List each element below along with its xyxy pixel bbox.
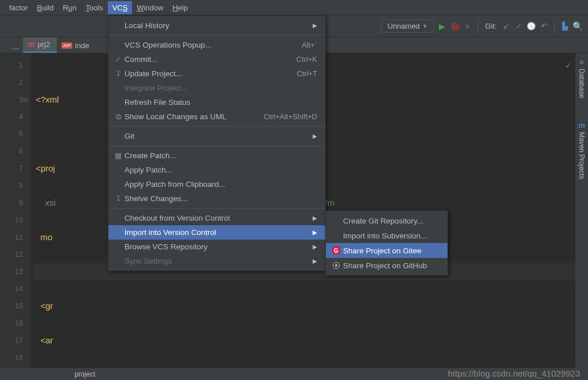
menu-window[interactable]: Window bbox=[132, 1, 168, 14]
vcs-menu-item[interactable]: Browse VCS Repository▶ bbox=[108, 240, 325, 254]
github-icon bbox=[333, 262, 340, 269]
jsp-file-icon: JSP bbox=[61, 42, 72, 49]
vcs-menu-item[interactable]: ↧Update Project...Ctrl+T bbox=[108, 66, 325, 81]
git-commit-icon[interactable]: ✓ bbox=[514, 22, 523, 31]
search-icon[interactable]: 🔍 bbox=[573, 22, 582, 31]
import-submenu-item[interactable]: Import into Subversion... bbox=[326, 228, 447, 243]
vcs-menu-item[interactable]: ↧Shelve Changes... bbox=[108, 191, 325, 206]
import-submenu-item[interactable]: GShare Project on Gitee bbox=[326, 243, 447, 258]
maven-tool-button[interactable]: m Maven Projects bbox=[578, 121, 586, 179]
vcs-menu-item[interactable]: Local History▶ bbox=[108, 18, 325, 33]
gitee-icon: G bbox=[332, 246, 340, 254]
project-structure-icon[interactable]: ▙ bbox=[560, 22, 570, 31]
vcs-menu-item[interactable]: Checkout from Version Control▶ bbox=[108, 211, 325, 225]
maven-icon: m bbox=[578, 121, 585, 130]
run-config-selector[interactable]: Unnamed▼ bbox=[381, 19, 434, 33]
menu-tools[interactable]: Tools bbox=[81, 1, 107, 14]
tab-index[interactable]: JSP inde bbox=[57, 38, 96, 53]
tab-prj2[interactable]: m prj2 bbox=[23, 37, 57, 53]
git-revert-icon[interactable]: ↶ bbox=[539, 22, 548, 31]
import-into-vcs-submenu: Create Git Repository...Import into Subv… bbox=[325, 210, 448, 276]
vcs-menu-item: Integrate Project... bbox=[108, 81, 325, 95]
line-gutter: 123 456 789 101112 131415 161718 ⊟ bbox=[0, 53, 31, 368]
menu-run[interactable]: Run bbox=[58, 1, 81, 14]
run-icon[interactable]: ▶ bbox=[438, 22, 447, 31]
menu-refactor[interactable]: factor bbox=[5, 1, 33, 14]
vcs-menu-item[interactable]: ⧉Show Local Changes as UMLCtrl+Alt+Shift… bbox=[108, 109, 325, 124]
git-history-icon[interactable]: 🕔 bbox=[527, 22, 536, 31]
database-tool-button[interactable]: ≡ Database bbox=[578, 58, 586, 98]
vcs-menu-item[interactable]: ▦Create Patch... bbox=[108, 148, 325, 163]
debug-icon[interactable]: 🐞 bbox=[450, 22, 460, 31]
hide-tool-windows-icon[interactable]: — bbox=[10, 44, 21, 53]
vcs-menu-item[interactable]: Apply Patch... bbox=[108, 163, 325, 177]
import-submenu-item[interactable]: Create Git Repository... bbox=[326, 213, 447, 228]
vcs-menu-item[interactable]: VCS Operations Popup...Alt+` bbox=[108, 38, 325, 52]
vcs-menu-item[interactable]: Apply Patch from Clipboard... bbox=[108, 177, 325, 191]
import-submenu-item[interactable]: Share Project on GitHub bbox=[326, 258, 447, 273]
analysis-ok-icon: ✓ bbox=[565, 57, 572, 74]
git-label: Git: bbox=[485, 22, 497, 30]
vcs-menu-item[interactable]: Git▶ bbox=[108, 129, 325, 143]
watermark: https://blog.csdn.net/qq_41029923 bbox=[448, 369, 580, 378]
maven-file-icon: m bbox=[28, 40, 34, 49]
menu-vcs[interactable]: VCS bbox=[108, 1, 133, 14]
stop-icon: ■ bbox=[463, 22, 472, 31]
menu-help[interactable]: Help bbox=[168, 1, 193, 14]
menu-build[interactable]: Build bbox=[33, 1, 59, 14]
breadcrumb[interactable]: project bbox=[75, 370, 95, 378]
vcs-menu-item[interactable]: ✓Commit...Ctrl+K bbox=[108, 52, 325, 66]
menubar: factor Build Run Tools VCS Window Help bbox=[0, 0, 588, 15]
fold-toggle-icon[interactable]: ⊟ bbox=[23, 91, 28, 108]
vcs-menu-item[interactable]: Import into Version Control▶ bbox=[108, 225, 325, 240]
right-tool-rail: ≡ Database m Maven Projects bbox=[575, 53, 588, 368]
database-icon: ≡ bbox=[579, 58, 584, 66]
vcs-menu-item[interactable]: Refresh File Status bbox=[108, 95, 325, 109]
vcs-menu-item: Sync Settings▶ bbox=[108, 254, 325, 268]
git-update-icon[interactable]: ↙ bbox=[501, 22, 511, 31]
vcs-menu: Local History▶VCS Operations Popup...Alt… bbox=[108, 15, 326, 271]
